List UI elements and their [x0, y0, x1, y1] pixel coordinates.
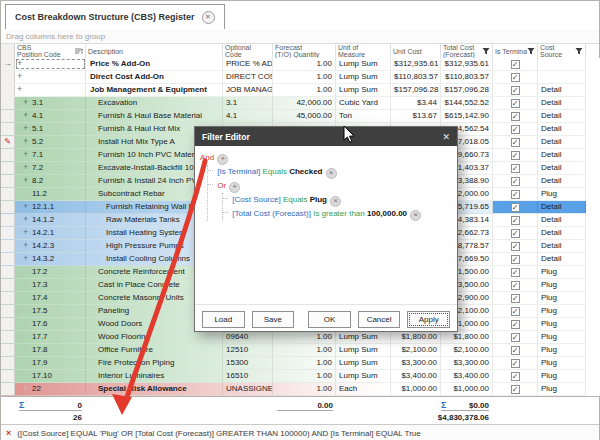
- is-terminal-checkbox[interactable]: ✓: [511, 164, 520, 173]
- cell-cost-source[interactable]: Detail: [538, 214, 586, 226]
- cell-is-terminal[interactable]: ✓: [493, 383, 538, 395]
- cell-is-terminal[interactable]: ✓: [493, 188, 538, 200]
- cell-position-code[interactable]: +4.1: [15, 110, 86, 122]
- cell-unit-of-measure[interactable]: Lump Sum: [336, 84, 391, 96]
- table-row[interactable]: +22Special Risk AllowanceUNASSIGNED D...…: [1, 383, 586, 396]
- cell-description[interactable]: Job Management & Equipment: [86, 84, 223, 96]
- cell-position-code[interactable]: +17.6: [15, 318, 86, 330]
- condition-value-link[interactable]: Checked: [289, 167, 322, 176]
- cell-cost-source[interactable]: Plug: [538, 279, 586, 291]
- is-terminal-checkbox[interactable]: ✓: [511, 333, 520, 342]
- cell-description[interactable]: Fire Protection Piping: [86, 357, 223, 369]
- is-terminal-checkbox[interactable]: ✓: [511, 177, 520, 186]
- cell-cost-source[interactable]: Detail: [538, 97, 586, 109]
- cell-unit-cost[interactable]: $13.67: [391, 110, 441, 122]
- cell-forecast-quantity[interactable]: 1.00: [273, 357, 336, 369]
- cell-optional-code[interactable]: 3.1: [223, 97, 273, 109]
- is-terminal-checkbox[interactable]: ✓: [511, 242, 520, 251]
- cell-is-terminal[interactable]: ✓: [493, 97, 538, 109]
- column-header-total[interactable]: Total Cost(Forecast): [441, 44, 493, 58]
- cell-cost-source[interactable]: [538, 58, 586, 70]
- remove-condition-icon[interactable]: ×: [326, 168, 337, 179]
- expand-plus-icon[interactable]: +: [23, 383, 30, 394]
- is-terminal-checkbox[interactable]: ✓: [511, 125, 520, 134]
- cell-unit-of-measure[interactable]: Lump Sum: [336, 58, 391, 70]
- cell-is-terminal[interactable]: ✓: [493, 84, 538, 96]
- cell-position-code[interactable]: +7.1: [15, 149, 86, 161]
- cell-is-terminal[interactable]: ✓: [493, 214, 538, 226]
- cell-cost-source[interactable]: Plug: [538, 292, 586, 304]
- cell-is-terminal[interactable]: ✓: [493, 370, 538, 382]
- table-row[interactable]: +17.10Interior Luminaires165101.00Lump S…: [1, 370, 586, 383]
- tab-close-icon[interactable]: ✕: [202, 11, 215, 24]
- cell-forecast-quantity[interactable]: 1.00: [273, 370, 336, 382]
- expand-plus-icon[interactable]: +: [23, 136, 30, 147]
- cancel-button[interactable]: Cancel: [358, 311, 401, 328]
- cell-unit-cost[interactable]: $110,803.57: [391, 71, 441, 83]
- cell-position-code[interactable]: +14.2.1: [15, 227, 86, 239]
- table-row[interactable]: +3.1Excavation3.142,000.00Cubic Yard$3.4…: [1, 97, 586, 110]
- is-terminal-checkbox[interactable]: ✓: [511, 60, 520, 69]
- column-header-src[interactable]: CostSource: [538, 44, 586, 58]
- filter-summary-bar[interactable]: × ([Cost Source] EQUAL 'Plug' OR [Total …: [1, 424, 599, 440]
- expand-plus-icon[interactable]: +: [23, 357, 30, 368]
- cell-position-code[interactable]: +12.1.1: [15, 201, 86, 213]
- apply-button[interactable]: Apply: [407, 311, 450, 328]
- cell-is-terminal[interactable]: ✓: [493, 136, 538, 148]
- cell-position-code[interactable]: +5.1: [15, 123, 86, 135]
- expand-plus-icon[interactable]: +: [23, 331, 30, 342]
- cell-is-terminal[interactable]: ✓: [493, 110, 538, 122]
- expand-plus-icon[interactable]: +: [23, 123, 30, 134]
- cell-description[interactable]: Price % Add-On: [86, 58, 223, 70]
- expand-plus-icon[interactable]: +: [23, 253, 30, 264]
- cell-is-terminal[interactable]: ✓: [493, 357, 538, 369]
- cell-description[interactable]: Excavation: [86, 97, 223, 109]
- cell-unit-of-measure[interactable]: Lump Sum: [336, 370, 391, 382]
- cell-unit-of-measure[interactable]: Lump Sum: [336, 357, 391, 369]
- remove-condition-icon[interactable]: ×: [410, 210, 421, 221]
- is-terminal-checkbox[interactable]: ✓: [511, 294, 520, 303]
- expand-plus-icon[interactable]: +: [23, 227, 30, 238]
- cell-is-terminal[interactable]: ✓: [493, 201, 538, 213]
- cell-total-cost[interactable]: $157,096.28: [441, 84, 493, 96]
- cell-unit-of-measure[interactable]: Lump Sum: [336, 71, 391, 83]
- cell-unit-cost[interactable]: $1,000.00: [391, 383, 441, 395]
- cell-description[interactable]: Special Risk Allowance: [86, 383, 223, 395]
- column-header-uom[interactable]: Unit ofMeasure: [336, 44, 391, 58]
- is-terminal-checkbox[interactable]: ✓: [511, 229, 520, 238]
- is-terminal-checkbox[interactable]: ✓: [511, 190, 520, 199]
- is-terminal-checkbox[interactable]: ✓: [511, 112, 520, 121]
- cell-cost-source[interactable]: Detail: [538, 110, 586, 122]
- cell-forecast-quantity[interactable]: 1.00: [273, 383, 336, 395]
- condition-value-link[interactable]: 100,000.00: [367, 209, 407, 218]
- expand-plus-icon[interactable]: +: [23, 110, 30, 121]
- expand-plus-icon[interactable]: +: [23, 266, 30, 277]
- cell-forecast-quantity[interactable]: 1.00: [273, 84, 336, 96]
- cell-is-terminal[interactable]: ✓: [493, 253, 538, 265]
- cell-cost-source[interactable]: Plug: [538, 188, 586, 200]
- cell-position-code[interactable]: +17.9: [15, 357, 86, 369]
- expand-plus-icon[interactable]: +: [23, 201, 30, 212]
- cell-is-terminal[interactable]: ✓: [493, 266, 538, 278]
- cell-unit-cost[interactable]: $3,300.00: [391, 357, 441, 369]
- is-terminal-checkbox[interactable]: ✓: [511, 281, 520, 290]
- cell-unit-of-measure[interactable]: Each: [336, 383, 391, 395]
- expand-plus-icon[interactable]: +: [23, 214, 30, 225]
- cell-total-cost[interactable]: $1,000.00: [441, 383, 493, 395]
- expand-plus-icon[interactable]: +: [23, 292, 30, 303]
- condition-field-link[interactable]: [Is Terminal]: [217, 167, 260, 176]
- expand-plus-icon[interactable]: +: [23, 175, 30, 186]
- cell-cost-source[interactable]: Plug: [538, 344, 586, 356]
- cell-is-terminal[interactable]: ✓: [493, 331, 538, 343]
- expand-plus-icon[interactable]: +: [17, 58, 24, 69]
- cell-description[interactable]: Office Furniture: [86, 344, 223, 356]
- cell-forecast-quantity[interactable]: 45,000.00: [273, 110, 336, 122]
- cell-unit-cost[interactable]: $3,400.00: [391, 370, 441, 382]
- cell-optional-code[interactable]: 12510: [223, 344, 273, 356]
- dialog-title-bar[interactable]: Filter Editor ✕: [195, 127, 457, 146]
- save-button[interactable]: Save: [252, 311, 295, 328]
- condition-operator-link[interactable]: Equals: [262, 167, 286, 176]
- cell-unit-cost[interactable]: $2,100.00: [391, 344, 441, 356]
- cell-unit-cost[interactable]: $312,935.61: [391, 58, 441, 70]
- cell-position-code[interactable]: +8.2: [15, 175, 86, 187]
